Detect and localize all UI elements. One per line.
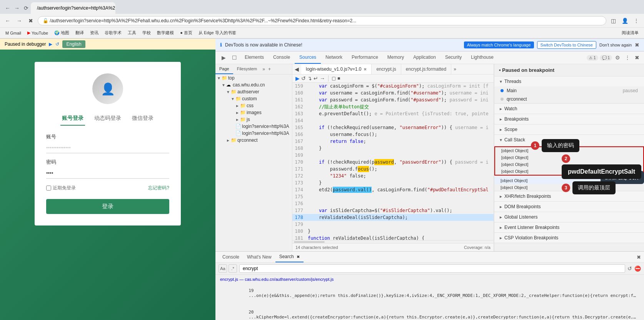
tree-authserver[interactable]: ▼ 📁 authserver <box>215 88 292 95</box>
csp-header[interactable]: ► CSP Violation Breakpoints <box>494 233 644 243</box>
tab-console[interactable]: Console <box>269 51 295 64</box>
scroll-thumb[interactable] <box>294 241 325 243</box>
bookmark-math[interactable]: 数学建模 <box>155 29 176 36</box>
bookmark-news[interactable]: 资讯 <box>88 29 101 36</box>
step-into-btn[interactable]: ↴ <box>307 75 312 81</box>
tab-account[interactable]: 账号登录 <box>60 112 85 126</box>
refresh-search-btn[interactable]: ↺ <box>627 265 632 272</box>
console-tab-search[interactable]: Search ✖ <box>275 252 304 262</box>
tab-dynamic[interactable]: 动态码登录 <box>93 112 123 126</box>
bookmark-youtube[interactable]: ▶ YouTube <box>25 30 50 36</box>
bookmark-maps[interactable]: 🌍 地图 <box>52 29 72 36</box>
case-sensitive-btn[interactable]: Aa <box>219 264 227 273</box>
more-tabs[interactable]: » <box>451 65 459 73</box>
search-close-btn[interactable]: ✖ <box>297 255 300 259</box>
search-result-line-20[interactable]: 20 ...kCipherMode=l.extend({createEncryp… <box>217 304 642 320</box>
mobile-icon[interactable]: ☐ <box>229 52 240 63</box>
forward-btn[interactable]: → <box>12 3 22 13</box>
search-result-file[interactable]: encrypt.js — cas.whu.edu.cn/authserver/c… <box>217 276 642 282</box>
breakpoints-header[interactable]: ► Breakpoints <box>494 114 644 124</box>
bookmark-home[interactable]: ● 首页 <box>178 29 195 36</box>
search-result-line-19[interactable]: 19 ...on(e){e&&this._append(e);return th… <box>217 282 642 304</box>
blackbox-btn[interactable]: ▢ <box>332 76 336 81</box>
dont-show-link[interactable]: Don't show again <box>599 43 632 47</box>
settings-btn[interactable]: ⚙ <box>614 53 622 62</box>
scope-header[interactable]: ► Scope <box>494 124 644 134</box>
nav-refresh[interactable]: ✖ <box>26 16 35 25</box>
bookmark-translate[interactable]: 翻译 <box>73 29 86 36</box>
step-out-btn[interactable]: ↵ <box>314 75 318 81</box>
address-bar[interactable]: 🔓 /authserver/login?service=http%3A%2F%2… <box>38 16 606 25</box>
switch-devtools-btn[interactable]: Switch DevTools to Chinese <box>537 41 596 49</box>
profile-btn[interactable]: 👤 <box>620 16 629 25</box>
remember-label[interactable]: 近期免登录 <box>46 185 76 191</box>
language-btn[interactable]: English <box>62 40 85 48</box>
console-tab-console[interactable]: Console <box>219 252 243 262</box>
tree-js[interactable]: ► 📁 js <box>215 116 292 123</box>
tab-performance[interactable]: Performance <box>347 51 383 64</box>
regex-btn[interactable]: .* <box>229 264 237 273</box>
tab-network[interactable]: Network <box>321 51 347 64</box>
step-btn[interactable]: → <box>320 75 325 81</box>
login-button[interactable]: 登录 <box>46 199 169 214</box>
tab-application[interactable]: Application <box>409 51 440 64</box>
more-tab[interactable]: » <box>261 64 267 74</box>
step-over-btn[interactable]: ↺ <box>301 75 306 81</box>
notify-close-btn[interactable]: ✖ <box>635 42 639 48</box>
tree-login1[interactable]: ► 📄 login?service=http%3A <box>215 123 292 130</box>
tree-css[interactable]: ► 📁 css <box>215 102 292 109</box>
bookmark-tools[interactable]: 工具 <box>125 29 138 36</box>
browser-tab[interactable]: /authserver/login?service=http%3A%2F%2Fe… <box>31 2 115 14</box>
remember-checkbox[interactable] <box>46 186 51 191</box>
filesystem-tab[interactable]: Filesystem <box>233 64 261 74</box>
more-btn[interactable]: ⋮ <box>623 53 632 62</box>
bookmark-school[interactable]: 学校 <box>140 29 153 36</box>
nav-back[interactable]: ← <box>3 16 12 25</box>
forgot-link[interactable]: 忘记密码? <box>148 185 169 191</box>
search-input[interactable] <box>239 264 625 273</box>
code-tab-login[interactable]: login-wisedu_v1.0.js?v=1.0 ✖ <box>301 64 372 74</box>
password-input[interactable] <box>46 168 169 179</box>
back-nav-btn[interactable]: ◀ <box>292 65 301 74</box>
add-tab[interactable]: + <box>267 64 272 74</box>
menu-btn[interactable]: ⋮ <box>632 16 641 25</box>
reading-list[interactable]: 阅读清单 <box>619 29 641 36</box>
watch-header[interactable]: ► Watch <box>494 104 644 114</box>
close-tab-login[interactable]: ✖ <box>364 67 367 71</box>
tab-elements[interactable]: Elements <box>240 51 269 64</box>
tab-wechat[interactable]: 微信登录 <box>130 112 155 126</box>
tab-sources[interactable]: Sources <box>295 51 321 64</box>
tab-memory[interactable]: Memory <box>383 51 409 64</box>
bookmark-gmail[interactable]: M Gmail <box>3 30 23 36</box>
tree-login2[interactable]: ► 📄 login?service=http%3A <box>215 130 292 137</box>
page-tab[interactable]: Page <box>215 64 233 74</box>
thread-main[interactable]: Main paused <box>494 86 644 95</box>
close-devtools-btn[interactable]: ✖ <box>633 53 641 62</box>
event-header[interactable]: ► Event Listener Breakpoints <box>494 222 644 232</box>
tree-qrconnect[interactable]: ► 📁 qrconnect <box>215 137 292 144</box>
code-tab-encrypt[interactable]: encrypt.js <box>372 64 401 74</box>
tree-images[interactable]: ► 📁 images <box>215 109 292 116</box>
console-close[interactable]: ✖ <box>637 254 641 260</box>
horizontal-scrollbar[interactable] <box>292 240 494 243</box>
tree-cas[interactable]: ▼ ☁ cas.whu.edu.cn <box>215 81 292 88</box>
resume-btn[interactable]: ▶ <box>295 75 300 81</box>
extensions-btn[interactable]: ◫ <box>609 16 618 25</box>
code-tab-encrypt-fmt[interactable]: encrypt.js:formatted <box>401 64 451 74</box>
refresh-btn[interactable]: ⟳ <box>22 3 31 13</box>
global-header[interactable]: ► Global Listeners <box>494 212 644 222</box>
tree-top[interactable]: ▼ 📁 top <box>215 75 292 81</box>
always-match-btn[interactable]: Always match Chrome's language <box>464 41 534 48</box>
tree-custom[interactable]: ▼ 📁 custom <box>215 95 292 102</box>
code-area[interactable]: 159 var casLoginForm = $("#casLoginForm"… <box>292 83 494 240</box>
bookmark-scholar[interactable]: 谷歌学术 <box>102 29 124 36</box>
inspect-icon[interactable]: ▶ <box>219 52 229 63</box>
nav-forward[interactable]: → <box>15 16 24 25</box>
tab-lighthouse[interactable]: Lighthouse <box>466 51 498 64</box>
tab-security[interactable]: Security <box>440 51 466 64</box>
username-input[interactable] <box>46 143 169 153</box>
thread-qr[interactable]: qrconnect <box>494 95 644 103</box>
console-tab-whats-new[interactable]: What's New <box>243 252 275 262</box>
pause-exc-btn[interactable]: ■ <box>337 76 340 81</box>
back-btn[interactable]: ← <box>3 3 12 13</box>
